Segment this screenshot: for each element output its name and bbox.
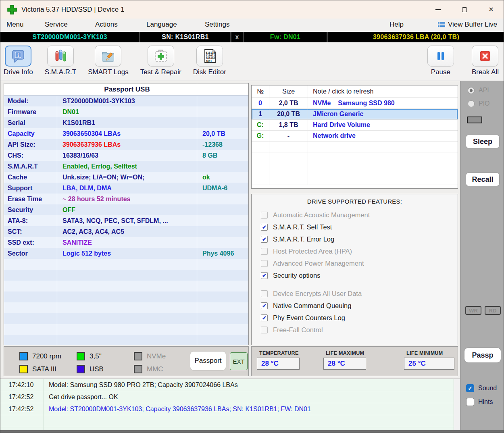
passport-field-value: SANITIZE xyxy=(57,237,197,248)
feature-item[interactable]: ✔S.M.A.R.T. Error Log xyxy=(252,233,458,245)
pause-label: Pause xyxy=(431,68,450,76)
api-radio-circle[interactable] xyxy=(468,87,475,94)
drive-info-button[interactable]: i Drive Info xyxy=(4,46,33,76)
sleep-button[interactable]: Sleep xyxy=(466,135,499,148)
device-table-body: 02,0 TBNVMe Samsung SSD 980120,0 TBJMicr… xyxy=(252,98,458,185)
api-radio[interactable]: API xyxy=(468,87,489,94)
passport-button[interactable]: Passport xyxy=(190,352,226,370)
passport-field-extra: 20,0 TB xyxy=(197,128,248,139)
passport-field-extra: ok xyxy=(197,172,248,183)
maximize-button[interactable] xyxy=(451,0,478,19)
svg-text:0001: 0001 xyxy=(206,60,212,63)
device-row[interactable]: 02,0 TBNVMe Samsung SSD 980 xyxy=(252,98,458,109)
feature-checkbox[interactable]: ✔ xyxy=(261,302,268,309)
log-entry: 17:42:10Model: Samsung SSD 980 PRO 2TB; … xyxy=(0,379,454,391)
feature-checkbox[interactable] xyxy=(261,290,268,297)
menu-item-help[interactable]: Help xyxy=(389,21,404,29)
log-scrollbar[interactable] xyxy=(454,379,460,430)
device-list-header[interactable]: № Size Note / click to refresh xyxy=(252,85,458,98)
device-row[interactable]: G:-Network drive xyxy=(252,131,458,142)
sound-checkbox[interactable] xyxy=(466,384,474,392)
passport-row: API Size:39063637936 LBAs-12368 xyxy=(4,139,248,150)
wr-button[interactable]: WR xyxy=(465,306,481,315)
disk-editor-button[interactable]: 010110 110011 101000 0001 Disk Editor xyxy=(193,46,226,76)
activity-led-indicator xyxy=(467,117,482,123)
log-message: Model: Samsung SSD 980 PRO 2TB; Capacity… xyxy=(44,379,454,391)
feature-checkbox[interactable]: ✔ xyxy=(261,272,268,279)
passport-field-value: K1S01RB1 xyxy=(57,117,197,128)
feature-item[interactable]: Device Encrypts All User Data xyxy=(252,287,458,300)
temps-strip: TEMPERATURE28 °CLIFE MAXIMUM28 °CLIFE MI… xyxy=(251,346,458,376)
menu-item-menu[interactable]: Menu xyxy=(6,21,24,29)
passport-row: Capacity39063650304 LBAs20,0 TB xyxy=(4,128,248,139)
rd-button[interactable]: RD xyxy=(485,306,501,315)
feature-item[interactable]: Free-Fall Control xyxy=(252,324,458,336)
log-message: Get drive passport... OK xyxy=(44,391,454,403)
device-row[interactable]: 120,0 TBJMicron Generic xyxy=(252,109,458,120)
feature-checkbox[interactable] xyxy=(261,260,268,267)
close-button[interactable]: ✕ xyxy=(478,0,504,19)
feature-item[interactable]: ✔Phy Event Counters Log xyxy=(252,312,458,324)
passport-row: FirmwareDN01 xyxy=(4,106,248,117)
feature-label: Advanced Power Management xyxy=(273,260,364,267)
legend-swatch xyxy=(19,352,28,360)
menu-item-actions[interactable]: Actions xyxy=(95,21,118,29)
device-header-note: Note / click to refresh xyxy=(308,85,458,98)
device-num: 1 xyxy=(252,109,269,120)
passport-row: CacheUnk.size; L/A=ON; Wr=ON;ok xyxy=(4,172,248,183)
passport-field-value: AC2, AC3, AC4, AC5 xyxy=(57,226,197,237)
feature-item[interactable]: Automatic Acoustic Management xyxy=(252,209,458,221)
temp-value: 28 °C xyxy=(324,360,345,368)
feature-checkbox[interactable]: ✔ xyxy=(261,314,268,321)
smart-logs-label: SMART Logs xyxy=(88,68,128,76)
log-entry: 17:42:52Get drive passport... OK xyxy=(0,391,454,403)
passport-empty-row xyxy=(4,302,248,313)
minimize-button[interactable] xyxy=(425,0,451,19)
menu-item-settings[interactable]: Settings xyxy=(205,21,229,29)
break-all-label: Break All xyxy=(472,68,499,76)
break-all-button[interactable]: Break All xyxy=(472,46,499,76)
passport-row: Erase Time~ 28 hours 52 minutes xyxy=(4,194,248,204)
hints-toggle[interactable]: Hints xyxy=(466,398,493,406)
view-buffer-live-button[interactable]: View Buffer Live xyxy=(438,21,497,29)
recall-button[interactable]: Recall xyxy=(466,173,499,186)
hints-checkbox[interactable] xyxy=(466,398,474,406)
menu-item-language[interactable]: Language xyxy=(146,21,177,29)
feature-item[interactable]: Host Protected Area (HPA) xyxy=(252,245,458,257)
device-note: Network drive xyxy=(308,131,458,142)
hints-label: Hints xyxy=(478,398,493,406)
log-entry: 17:42:52Model: ST20000DM001-3YK103; Capa… xyxy=(0,403,454,415)
passport-table-body: Model:ST20000DM001-3YK103FirmwareDN01Ser… xyxy=(4,96,248,345)
feature-checkbox[interactable] xyxy=(261,212,268,219)
smart-button[interactable]: S.M.A.R.T xyxy=(45,46,76,76)
passp-button[interactable]: Passp xyxy=(464,348,501,362)
test-repair-button[interactable]: Test & Repair xyxy=(140,46,181,76)
feature-item[interactable]: Advanced Power Management xyxy=(252,257,458,269)
pio-radio-circle[interactable] xyxy=(468,100,475,107)
legend-label: 3,5" xyxy=(90,352,102,360)
status-close-button[interactable]: x xyxy=(231,32,243,42)
test-repair-label: Test & Repair xyxy=(140,68,181,76)
feature-checkbox[interactable]: ✔ xyxy=(261,224,268,231)
feature-item[interactable]: ✔S.M.A.R.T. Self Test xyxy=(252,221,458,233)
feature-checkbox[interactable] xyxy=(261,248,268,255)
passport-field-value: Unk.size; L/A=ON; Wr=ON; xyxy=(57,172,197,183)
smart-logs-button[interactable]: SMART Logs xyxy=(88,46,128,76)
window-title: Victoria 5.37 HDD/SSD | Device 1 xyxy=(21,6,124,14)
passport-field-label: CHS: xyxy=(4,150,57,161)
pio-radio[interactable]: PIO xyxy=(468,100,490,107)
ext-button[interactable]: EXT xyxy=(230,352,248,370)
feature-item[interactable]: ✔Native Command Queuing xyxy=(252,300,458,312)
feature-checkbox[interactable]: ✔ xyxy=(261,236,268,243)
passport-row: Model:ST20000DM001-3YK103 xyxy=(4,96,248,106)
passport-header: Passport USB xyxy=(57,83,197,96)
passport-row: SecurityOFF xyxy=(4,204,248,215)
legend-swatch xyxy=(134,365,142,373)
sound-toggle[interactable]: Sound xyxy=(466,384,497,392)
feature-checkbox[interactable] xyxy=(261,327,268,333)
device-row[interactable]: C:1,8 TBHard Drive Volume xyxy=(252,120,458,131)
pause-button[interactable]: Pause xyxy=(427,46,454,76)
feature-item[interactable]: ✔Security options xyxy=(252,269,458,281)
device-list-panel: № Size Note / click to refresh 02,0 TBNV… xyxy=(251,85,458,189)
menu-item-service[interactable]: Service xyxy=(45,21,68,29)
